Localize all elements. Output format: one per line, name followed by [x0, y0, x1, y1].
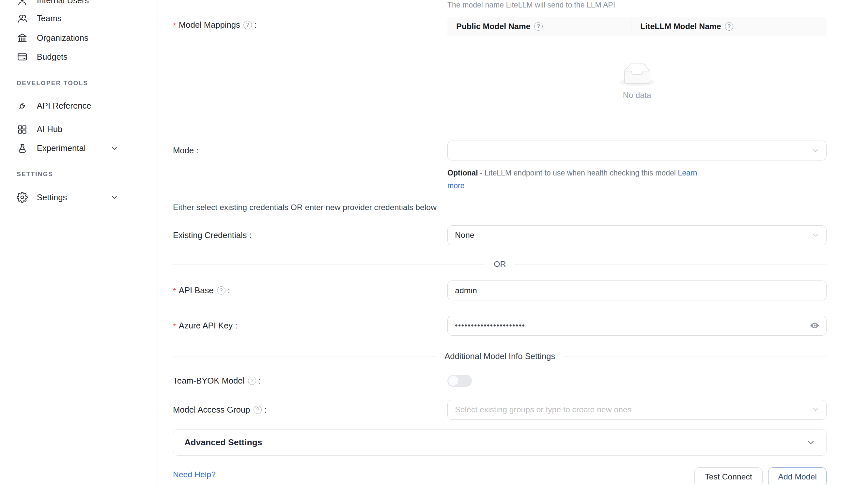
team-byok-label: Team-BYOK Model — [173, 375, 261, 387]
credit-card-icon — [17, 51, 28, 62]
sidebar-item-api-reference[interactable]: API Reference — [17, 96, 150, 116]
chevron-down-icon — [811, 147, 819, 155]
sidebar-item-budgets[interactable]: Budgets — [17, 47, 150, 67]
add-model-form: The model name LiteLLM will send to the … — [156, 0, 868, 485]
model-access-group-select[interactable] — [447, 400, 827, 420]
api-base-label: API Base — [173, 284, 230, 297]
help-icon[interactable] — [534, 22, 542, 31]
toggle-knob — [448, 376, 459, 386]
chevron-down-icon — [811, 231, 819, 239]
help-icon[interactable] — [217, 286, 225, 295]
test-connect-button[interactable]: Test Connect — [694, 467, 763, 485]
api-base-field — [447, 281, 827, 301]
eye-icon[interactable] — [810, 321, 819, 330]
user-icon — [17, 0, 28, 6]
sidebar: Internal Users Teams Organizations Budge… — [0, 0, 158, 485]
advanced-settings-title: Advanced Settings — [184, 438, 262, 448]
sidebar-item-label: Internal Users — [37, 0, 89, 5]
sidebar-item-label: Budgets — [37, 52, 67, 62]
model-name-hint: The model name LiteLLM will send to the … — [447, 1, 615, 9]
sidebar-section-settings: SETTINGS — [17, 170, 53, 180]
azure-api-key-label: Azure API Key — [173, 320, 237, 332]
sidebar-item-label: AI Hub — [37, 125, 62, 134]
model-mappings-table: Public Model Name LiteLLM Model Name — [447, 17, 827, 127]
mode-select[interactable] — [447, 140, 827, 161]
sidebar-item-label: Organizations — [37, 33, 88, 43]
sidebar-item-teams[interactable]: Teams — [17, 8, 150, 29]
existing-credentials-select[interactable] — [447, 225, 827, 246]
model-access-group-input[interactable] — [447, 400, 827, 420]
litellm-add-model-page: Internal Users Teams Organizations Budge… — [0, 0, 868, 485]
help-icon[interactable] — [248, 377, 256, 385]
no-data-text: No data — [623, 91, 651, 100]
chevron-down-icon — [806, 438, 815, 447]
existing-credentials-input[interactable] — [447, 225, 827, 246]
table-header-row: Public Model Name LiteLLM Model Name — [447, 17, 827, 36]
sidebar-item-label: API Reference — [37, 101, 91, 110]
sidebar-section-developer-tools: DEVELOPER TOOLS — [17, 79, 88, 88]
mode-select-input[interactable] — [447, 140, 827, 161]
mode-help-text: Optional - LiteLLM endpoint to use when … — [447, 167, 712, 192]
grid-icon — [17, 124, 28, 135]
additional-settings-divider: Additional Model Info Settings — [173, 350, 827, 363]
sidebar-item-label: Teams — [37, 14, 61, 23]
table-empty-state: No data — [447, 36, 827, 127]
chevron-down-icon — [110, 193, 119, 201]
bank-icon — [17, 32, 28, 43]
sidebar-item-ai-hub[interactable]: AI Hub — [17, 119, 150, 139]
help-icon[interactable] — [243, 21, 252, 29]
sidebar-item-experimental[interactable]: Experimental — [17, 138, 150, 159]
users-icon — [17, 13, 28, 24]
chevron-down-icon — [110, 144, 119, 153]
model-mappings-label: Model Mappings — [173, 19, 256, 31]
azure-api-key-input[interactable] — [447, 316, 827, 336]
existing-credentials-label: Existing Credentials — [173, 229, 252, 242]
help-icon[interactable] — [253, 406, 262, 414]
or-divider: OR — [173, 258, 827, 271]
azure-api-key-field — [447, 316, 827, 336]
content-right-border — [842, 0, 842, 485]
add-model-button[interactable]: Add Model — [768, 467, 827, 485]
sidebar-item-label: Experimental — [37, 143, 86, 153]
credentials-note: Either select existing credentials OR en… — [173, 203, 437, 212]
need-help-link[interactable]: Need Help? — [173, 470, 216, 479]
sidebar-item-settings[interactable]: Settings — [17, 187, 150, 207]
mode-label: Mode — [173, 144, 198, 157]
sidebar-item-label: Settings — [37, 193, 67, 202]
team-byok-toggle[interactable] — [447, 375, 472, 387]
flask-icon — [17, 143, 28, 154]
api-base-input[interactable] — [447, 281, 827, 301]
model-access-group-label: Model Access Group — [173, 404, 267, 416]
gear-icon — [17, 192, 28, 203]
advanced-settings-panel[interactable]: Advanced Settings — [173, 429, 827, 455]
column-header-litellm-model-name: LiteLLM Model Name — [631, 17, 742, 36]
help-icon[interactable] — [725, 22, 734, 31]
sidebar-item-organizations[interactable]: Organizations — [17, 28, 150, 48]
plug-icon — [17, 100, 28, 111]
chevron-down-icon — [811, 406, 819, 414]
empty-box-icon — [619, 63, 655, 86]
column-header-public-model-name: Public Model Name — [447, 17, 631, 36]
